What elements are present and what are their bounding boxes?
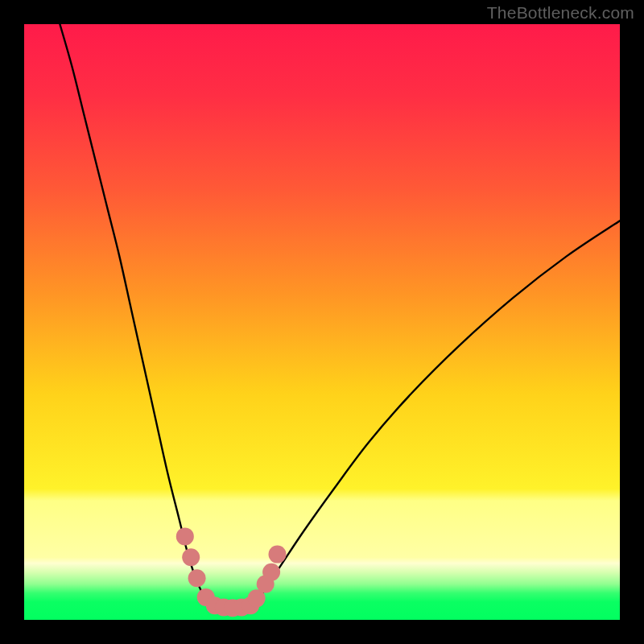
curve-layer: [24, 24, 620, 620]
plot-area: [24, 24, 620, 620]
data-marker: [269, 546, 287, 564]
data-marker: [262, 564, 280, 581]
watermark-text: TheBottleneck.com: [487, 3, 634, 23]
data-marker: [176, 527, 194, 545]
chart-frame: TheBottleneck.com: [0, 0, 644, 644]
bottleneck-curve: [60, 24, 620, 608]
data-markers: [176, 527, 287, 617]
data-marker: [182, 548, 200, 566]
data-marker: [188, 569, 206, 587]
